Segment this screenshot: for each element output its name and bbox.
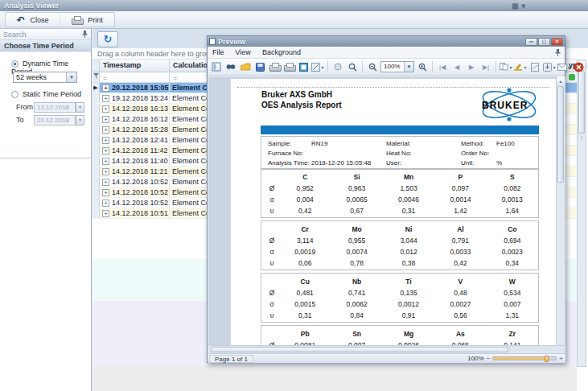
- column-header-timestamp[interactable]: Timestamp: [100, 60, 170, 72]
- preview-horizontal-scrollbar[interactable]: [208, 345, 565, 353]
- from-date-field[interactable]: 13.12.2018 ▾: [34, 102, 76, 113]
- scale-options-icon[interactable]: ▾: [311, 60, 324, 73]
- toolbar-overflow-icon[interactable]: ⁞: [586, 64, 588, 69]
- expand-icon[interactable]: +: [102, 105, 109, 113]
- dropdown-chevron-icon[interactable]: ▾: [66, 72, 76, 82]
- previous-page-icon[interactable]: ◀: [450, 60, 463, 73]
- clipped-cell: [565, 93, 577, 103]
- grid-layout-icon[interactable]: ▦: [512, 2, 519, 10]
- expand-icon[interactable]: +: [102, 84, 109, 92]
- zoom-slider-knob[interactable]: [545, 356, 549, 362]
- timestamp-cell: 14.12.2018 10:51: [112, 209, 168, 217]
- maximize-button[interactable]: □: [538, 38, 550, 46]
- page-setup-icon[interactable]: [297, 60, 310, 73]
- chevron-down-icon[interactable]: ▾: [521, 2, 525, 10]
- open-icon[interactable]: [239, 60, 252, 73]
- value-cell: 0,952: [279, 183, 331, 194]
- scrollbar-thumb[interactable]: [578, 71, 585, 134]
- preview-title: Preview: [218, 38, 245, 46]
- row-indicator: [93, 104, 100, 113]
- expand-icon[interactable]: +: [102, 168, 109, 175]
- static-time-period-option[interactable]: Static Time Period: [11, 90, 81, 98]
- timestamp-filter-cell[interactable]: =: [100, 72, 170, 82]
- print-options-icon[interactable]: [282, 60, 295, 73]
- expand-icon[interactable]: +: [102, 116, 109, 123]
- clipped-cell: [565, 83, 577, 93]
- radio-unselected-icon[interactable]: [11, 91, 19, 98]
- stat-symbol: σ: [266, 194, 278, 205]
- radio-selected-icon[interactable]: [11, 60, 19, 68]
- value-cell: 0,741: [331, 287, 382, 298]
- weeks-dropdown[interactable]: 52 weeks ▾: [13, 72, 77, 83]
- refresh-icon: ↻: [104, 33, 113, 45]
- expand-icon[interactable]: +: [102, 158, 109, 165]
- clipped-filter-cell[interactable]: [565, 72, 577, 82]
- clipped-cell: [565, 167, 577, 176]
- last-page-icon[interactable]: ▶|: [479, 60, 492, 73]
- scrollbar-grip-icon[interactable]: ↕: [578, 134, 585, 140]
- close-button[interactable]: ↶ Close: [6, 13, 60, 27]
- pin-icon[interactable]: [82, 31, 88, 38]
- zoom-plus-button[interactable]: +: [559, 356, 563, 362]
- report-info-box: Sample:RN19 Furnace No: Analysis Time:20…: [261, 136, 539, 170]
- menu-view[interactable]: View: [236, 48, 251, 56]
- menu-background[interactable]: Background: [262, 48, 301, 56]
- filter-funnel-cell[interactable]: [93, 72, 100, 82]
- pin-icon[interactable]: [555, 49, 561, 56]
- scrollbar-thumb[interactable]: [557, 86, 564, 183]
- expand-icon[interactable]: +: [102, 210, 109, 217]
- print-icon[interactable]: [268, 60, 281, 73]
- element-header: Ti: [383, 276, 434, 287]
- element-header: Zr: [487, 328, 538, 340]
- zoom-minus-button[interactable]: −: [487, 356, 491, 362]
- timestamp-cell: 14.12.2018 12:41: [112, 136, 168, 144]
- scrollbar-thumb[interactable]: [211, 347, 508, 352]
- to-date-field[interactable]: 20.12.2018 ▾: [34, 115, 76, 126]
- customize-icon[interactable]: [210, 60, 223, 73]
- save-icon[interactable]: [253, 60, 266, 73]
- page-color-icon[interactable]: ▾: [514, 60, 527, 73]
- minimize-button[interactable]: ─: [525, 38, 537, 46]
- expand-icon[interactable]: +: [102, 189, 109, 196]
- window-titlebar[interactable]: Analysis Viewer ▦ ▾: [0, 0, 588, 11]
- expand-icon[interactable]: +: [102, 95, 109, 102]
- first-page-icon[interactable]: |◀: [436, 60, 449, 73]
- from-date-picker-button[interactable]: ▾: [76, 102, 84, 113]
- zoom-combo-chevron-icon[interactable]: ▾: [404, 62, 413, 72]
- zoom-out-icon[interactable]: [366, 60, 379, 73]
- expand-icon[interactable]: +: [102, 147, 109, 154]
- grid-vertical-scrollbar[interactable]: ▲ ↕: [577, 60, 586, 367]
- expand-icon[interactable]: +: [102, 126, 109, 134]
- magnifier-icon[interactable]: [346, 60, 359, 73]
- next-page-icon[interactable]: ▶: [465, 60, 478, 73]
- zoom-in-icon[interactable]: [416, 60, 429, 73]
- refresh-button[interactable]: ↻: [97, 31, 118, 47]
- expand-icon[interactable]: +: [102, 200, 109, 207]
- to-date-picker-button[interactable]: ▾: [76, 115, 84, 126]
- close-window-button[interactable]: ✕: [551, 38, 563, 46]
- zoom-level-combo[interactable]: 100% ▾: [380, 61, 414, 72]
- status-zoom-label: 100%: [467, 355, 483, 362]
- zoom-slider[interactable]: [492, 356, 557, 360]
- expand-icon[interactable]: +: [102, 137, 109, 144]
- close-preview-icon[interactable]: [572, 60, 585, 73]
- menu-file[interactable]: File: [212, 48, 224, 56]
- analysis-time-value: 2018-12-20 15:05:48: [311, 159, 371, 167]
- value-cell: 1,42: [434, 205, 486, 216]
- scroll-up-icon[interactable]: ▲: [557, 77, 564, 85]
- expand-icon[interactable]: +: [102, 179, 109, 186]
- email-icon[interactable]: ▾: [557, 60, 570, 73]
- clipped-cell: [565, 104, 577, 113]
- row-indicator: [93, 114, 100, 124]
- preview-vertical-scrollbar[interactable]: ▲: [556, 76, 565, 345]
- preview-titlebar[interactable]: Preview ─ □ ✕: [208, 36, 565, 47]
- watermark-icon[interactable]: [528, 60, 541, 73]
- multiple-pages-icon[interactable]: ▾: [500, 60, 512, 73]
- print-button[interactable]: Print: [60, 13, 114, 27]
- search-panel-header[interactable]: Search: [0, 29, 91, 40]
- value-cell: 0,91: [383, 310, 434, 321]
- hand-tool-icon[interactable]: [331, 60, 344, 73]
- search-icon[interactable]: [224, 60, 237, 73]
- export-icon[interactable]: ▾: [543, 60, 556, 73]
- value-cell: 0,0026: [383, 340, 434, 345]
